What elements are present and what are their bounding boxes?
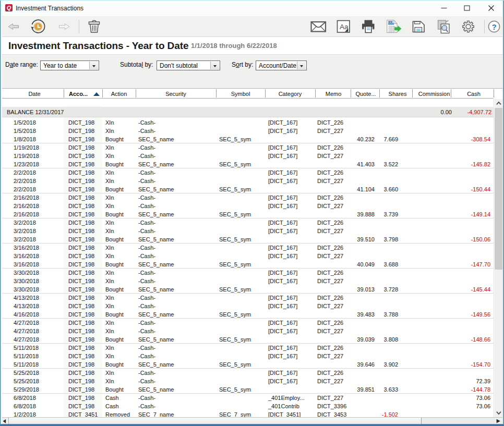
svg-text:?: ?	[492, 23, 497, 31]
svg-text:WW: WW	[388, 21, 393, 23]
